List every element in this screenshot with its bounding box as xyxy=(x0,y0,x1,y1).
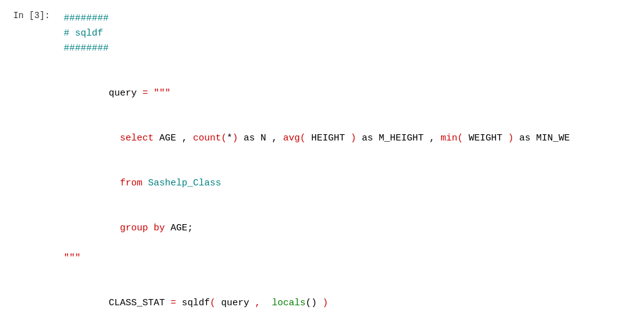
select-line: select AGE , count(*) as N , avg( HEIGHT… xyxy=(64,116,637,161)
classstat-line: CLASS_STAT = sqldf( query , locals() ) xyxy=(64,281,637,324)
triple-quote-line: """ xyxy=(64,251,637,266)
cell-label: In [3]: xyxy=(0,6,56,324)
cell-label-text: In [3]: xyxy=(13,11,50,21)
query-assign-line: query = """ xyxy=(64,71,637,116)
groupby-line: group by AGE; xyxy=(64,206,637,251)
comment-line-3: ######## xyxy=(64,41,637,56)
notebook-cell: In [3]: ######## # sqldf ######## query … xyxy=(0,0,644,324)
blank-line-2 xyxy=(64,266,637,281)
blank-line-1 xyxy=(64,56,637,71)
comment-line-1: ######## xyxy=(64,11,637,26)
cell-content: ######## # sqldf ######## query = """ se… xyxy=(56,6,644,324)
from-line: from Sashelp_Class xyxy=(64,161,637,206)
code-block: ######## # sqldf ######## query = """ se… xyxy=(64,11,637,324)
comment-line-2: # sqldf xyxy=(64,26,637,41)
